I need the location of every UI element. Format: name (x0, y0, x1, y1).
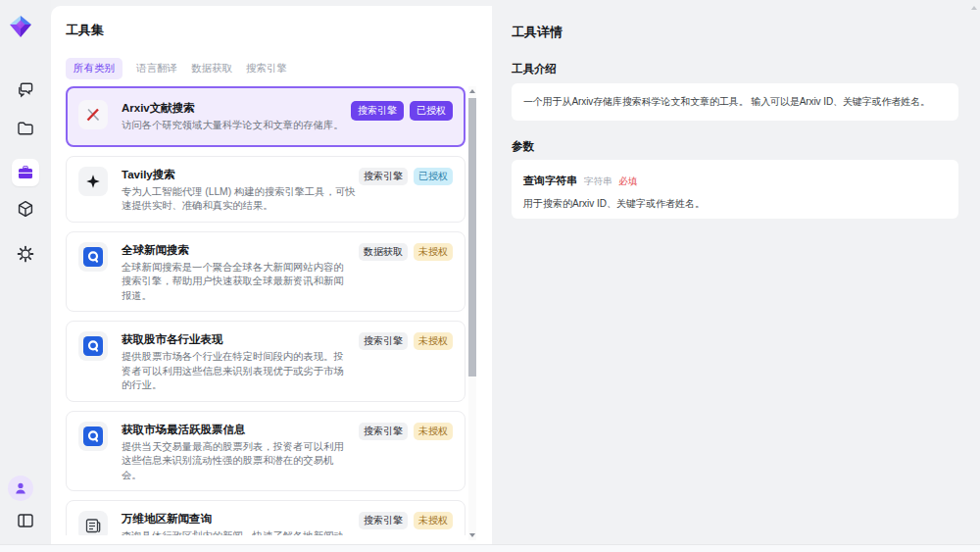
scroll-up-arrow[interactable] (469, 89, 475, 93)
sidebar-item-files[interactable] (12, 115, 39, 142)
tool-description: 访问各个研究领域大量科学论文和文章的存储库。 (122, 119, 351, 133)
auth-badge: 已授权 (410, 101, 453, 121)
chat-icon (16, 79, 35, 99)
tool-name: Arxiv文献搜索 (122, 100, 351, 116)
intro-text: 一个用于从Arxiv存储库搜索科学论文和文章的工具。 输入可以是Arxiv ID… (523, 95, 930, 109)
user-icon (13, 480, 28, 496)
tool-name: Tavily搜索 (122, 167, 362, 182)
quark-icon (78, 422, 108, 451)
app-logo[interactable] (7, 14, 34, 39)
category-badge: 数据获取 (359, 243, 408, 261)
scrollbar-thumb[interactable] (468, 98, 476, 376)
category-badge: 搜索引擎 (359, 332, 408, 350)
detail-panel: 工具详情 工具介绍 一个用于从Arxiv存储库搜索科学论文和文章的工具。 输入可… (492, 0, 980, 552)
gem-logo-icon (7, 14, 34, 39)
param-type: 字符串 (584, 176, 612, 188)
param-required-flag: 必填 (619, 176, 638, 188)
arxiv-icon (78, 100, 108, 129)
param-box: 查询字符串 字符串 必填 用于搜索的Arxiv ID、关键字或作者姓名。 (512, 160, 958, 219)
tool-card-tavily[interactable]: Tavily搜索 专为人工智能代理 (LLM) 构建的搜索引擎工具，可快速提供实… (66, 156, 466, 223)
tool-description: 全球新闻搜索是一个聚合全球各大新闻网站内容的搜索引擎，帮助用户快速获取全球最新资… (122, 261, 351, 304)
auth-badge: 已授权 (414, 168, 453, 185)
intro-box: 一个用于从Arxiv存储库搜索科学论文和文章的工具。 输入可以是Arxiv ID… (512, 83, 958, 121)
layout-columns-icon (16, 511, 35, 530)
tool-name: 全球新闻搜索 (122, 242, 351, 258)
params-heading: 参数 (512, 139, 534, 154)
auth-badge: 未授权 (414, 512, 453, 529)
tool-description: 查询具体行政区划内的新闻，快速了解各地新闻动 (122, 529, 351, 535)
tool-list: Arxiv文献搜索 访问各个研究领域大量科学论文和文章的存储库。 搜索引擎 已授… (66, 86, 466, 535)
page-title: 工具集 (66, 22, 104, 39)
category-tabs: 所有类别 语言翻译 数据获取 搜索引擎 (66, 58, 287, 79)
auth-badge: 未授权 (414, 243, 453, 261)
panel-scroll-arrow (971, 6, 977, 10)
user-avatar[interactable] (8, 476, 33, 501)
folder-icon (16, 119, 35, 138)
package-icon (16, 199, 35, 219)
scrollbar[interactable] (468, 86, 476, 540)
category-badge: 搜索引擎 (359, 168, 408, 185)
tool-card-most-active-stocks[interactable]: 获取市场最活跃股票信息 提供当天交易量最高的股票列表，投资者可以利用这些信息来识… (66, 411, 466, 492)
sidebar (0, 0, 51, 552)
sidebar-item-tools[interactable] (12, 159, 39, 186)
scroll-down-arrow[interactable] (469, 533, 475, 537)
detail-title: 工具详情 (512, 24, 563, 41)
auth-badge: 未授权 (414, 332, 453, 350)
tool-description: 提供当天交易量最高的股票列表，投资者可以利用这些信息来识别流动性强的股票和潜在的… (122, 440, 351, 483)
tool-name: 获取股市各行业表现 (122, 331, 351, 347)
sidebar-item-chat[interactable] (12, 75, 39, 103)
tool-card-sector-performance[interactable]: 获取股市各行业表现 提供股票市场各个行业在特定时间段内的表现。投资者可以利用这些… (66, 321, 466, 402)
news-doc-icon (78, 511, 108, 535)
category-badge: 搜索引擎 (359, 423, 408, 440)
sidebar-item-packages[interactable] (12, 195, 39, 223)
param-name: 查询字符串 (523, 174, 577, 188)
intro-heading: 工具介绍 (512, 62, 557, 76)
sidebar-item-settings[interactable] (12, 240, 39, 268)
param-description: 用于搜索的Arxiv ID、关键字或作者姓名。 (523, 197, 947, 211)
tab-data-fetch[interactable]: 数据获取 (191, 58, 232, 79)
tool-card-regional-news[interactable]: 万维地区新闻查询 查询具体行政区划内的新闻，快速了解各地新闻动 搜索引擎 未授权 (66, 500, 466, 535)
tool-card-global-news[interactable]: 全球新闻搜索 全球新闻搜索是一个聚合全球各大新闻网站内容的搜索引擎，帮助用户快速… (66, 231, 466, 313)
tool-name: 万维地区新闻查询 (122, 511, 351, 527)
quark-icon (78, 331, 108, 361)
bottom-strip (0, 544, 980, 552)
auth-badge: 未授权 (414, 423, 453, 440)
category-badge: 搜索引擎 (359, 512, 408, 529)
toolbox-icon (16, 163, 35, 182)
settings-icon (16, 244, 35, 264)
tab-translation[interactable]: 语言翻译 (136, 58, 177, 79)
category-badge: 搜索引擎 (351, 101, 404, 121)
tab-search-engine[interactable]: 搜索引擎 (246, 58, 287, 79)
tool-description: 专为人工智能代理 (LLM) 构建的搜索引擎工具，可快速提供实时、准确和真实的结… (122, 185, 362, 214)
tavily-star-icon (78, 167, 108, 196)
tool-card-arxiv[interactable]: Arxiv文献搜索 访问各个研究领域大量科学论文和文章的存储库。 搜索引擎 已授… (66, 86, 466, 147)
tool-description: 提供股票市场各个行业在特定时间段内的表现。投资者可以利用这些信息来识别表现优于或… (122, 350, 351, 393)
tab-all-categories[interactable]: 所有类别 (66, 58, 122, 79)
quark-icon (78, 242, 108, 272)
sidebar-toggle[interactable] (12, 507, 39, 534)
tool-name: 获取市场最活跃股票信息 (122, 422, 351, 437)
tools-panel: 工具集 所有类别 语言翻译 数据获取 搜索引擎 Arxiv文献搜索 访问各个研究… (51, 6, 492, 544)
